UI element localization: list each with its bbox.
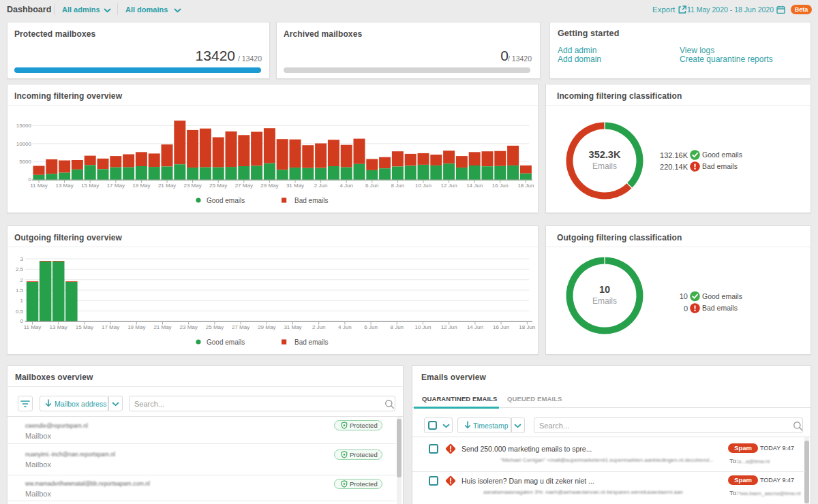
svg-text:2.5: 2.5 bbox=[16, 266, 24, 272]
svg-text:19 May: 19 May bbox=[132, 183, 150, 189]
svg-text:5000: 5000 bbox=[19, 159, 31, 165]
svg-text:1: 1 bbox=[20, 298, 24, 304]
svg-text:15000: 15000 bbox=[16, 123, 32, 129]
svg-text:27 May: 27 May bbox=[235, 183, 253, 189]
svg-text:23 May: 23 May bbox=[183, 183, 201, 189]
svg-text:16 Jun: 16 Jun bbox=[492, 183, 509, 189]
svg-text:15 May: 15 May bbox=[76, 324, 93, 330]
svg-text:13 May: 13 May bbox=[50, 324, 67, 330]
svg-text:Good emails: Good emails bbox=[207, 197, 245, 204]
svg-text:Good emails: Good emails bbox=[702, 151, 742, 159]
svg-text:18 Jun: 18 Jun bbox=[519, 324, 535, 330]
svg-text:3: 3 bbox=[20, 256, 24, 262]
svg-text:17 May: 17 May bbox=[107, 183, 125, 189]
svg-text:Bad emails: Bad emails bbox=[294, 197, 328, 204]
svg-text:14 Jun: 14 Jun bbox=[466, 183, 483, 189]
svg-text:Emails: Emails bbox=[592, 161, 617, 171]
svg-text:10000: 10000 bbox=[16, 141, 32, 147]
svg-text:2: 2 bbox=[20, 277, 24, 283]
svg-text:10: 10 bbox=[680, 292, 688, 300]
svg-text:12 Jun: 12 Jun bbox=[441, 183, 457, 189]
svg-text:12 Jun: 12 Jun bbox=[441, 324, 457, 330]
svg-text:220.14K: 220.14K bbox=[660, 163, 688, 171]
svg-text:31 May: 31 May bbox=[286, 183, 304, 189]
svg-text:10 Jun: 10 Jun bbox=[415, 183, 431, 189]
svg-text:2 Jun: 2 Jun bbox=[312, 324, 326, 330]
svg-text:1.5: 1.5 bbox=[16, 287, 24, 294]
svg-text:16 Jun: 16 Jun bbox=[493, 324, 509, 330]
svg-text:19 May: 19 May bbox=[127, 324, 145, 330]
svg-text:Good emails: Good emails bbox=[207, 338, 245, 346]
svg-text:25 May: 25 May bbox=[206, 324, 224, 330]
svg-text:13 May: 13 May bbox=[55, 183, 73, 189]
svg-text:29 May: 29 May bbox=[258, 324, 275, 330]
svg-text:4 Jun: 4 Jun bbox=[338, 324, 352, 330]
svg-text:23 May: 23 May bbox=[180, 324, 198, 330]
svg-text:17 May: 17 May bbox=[102, 324, 119, 330]
svg-text:0: 0 bbox=[684, 304, 688, 313]
svg-text:Bad emails: Bad emails bbox=[702, 162, 738, 170]
svg-text:6 Jun: 6 Jun bbox=[364, 324, 378, 330]
svg-text:2 Jun: 2 Jun bbox=[314, 183, 328, 189]
svg-text:27 May: 27 May bbox=[232, 324, 249, 330]
svg-text:0.5: 0.5 bbox=[16, 309, 24, 315]
svg-text:25 May: 25 May bbox=[209, 183, 227, 189]
svg-text:11 May: 11 May bbox=[24, 324, 42, 330]
svg-text:31 May: 31 May bbox=[284, 324, 301, 330]
svg-text:15 May: 15 May bbox=[81, 183, 99, 189]
svg-text:21 May: 21 May bbox=[158, 183, 176, 189]
svg-text:Emails: Emails bbox=[592, 296, 617, 306]
svg-text:8 Jun: 8 Jun bbox=[391, 183, 405, 189]
svg-text:Bad emails: Bad emails bbox=[702, 304, 738, 312]
svg-text:10 Jun: 10 Jun bbox=[414, 324, 431, 330]
svg-text:352.3K: 352.3K bbox=[589, 149, 621, 160]
svg-text:4 Jun: 4 Jun bbox=[339, 183, 353, 189]
svg-text:11 May: 11 May bbox=[30, 183, 48, 189]
svg-text:6 Jun: 6 Jun bbox=[365, 183, 379, 189]
svg-text:132.16K: 132.16K bbox=[660, 151, 688, 159]
svg-text:14 Jun: 14 Jun bbox=[467, 324, 483, 330]
svg-text:Good emails: Good emails bbox=[702, 292, 742, 300]
svg-text:10: 10 bbox=[599, 284, 610, 295]
svg-text:29 May: 29 May bbox=[260, 183, 278, 189]
svg-text:Bad emails: Bad emails bbox=[294, 338, 328, 346]
svg-text:21 May: 21 May bbox=[153, 324, 171, 330]
svg-text:18 Jun: 18 Jun bbox=[517, 183, 534, 189]
svg-text:8 Jun: 8 Jun bbox=[391, 324, 404, 330]
